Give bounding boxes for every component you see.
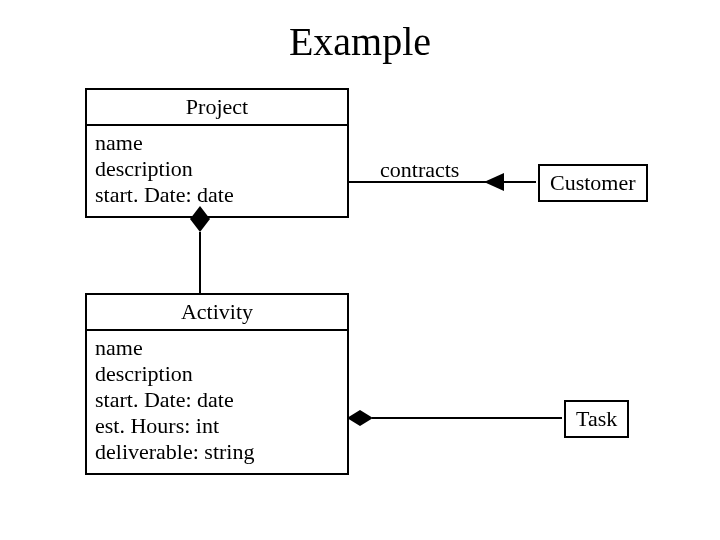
class-activity-name: Activity xyxy=(87,295,347,329)
attr: name xyxy=(95,335,339,361)
diagram-title: Example xyxy=(0,18,720,65)
class-project-attrs: name description start. Date: date xyxy=(87,126,347,216)
svg-marker-1 xyxy=(484,173,504,191)
class-project: Project name description start. Date: da… xyxy=(85,88,349,218)
class-project-name: Project xyxy=(87,90,347,124)
attr: est. Hours: int xyxy=(95,413,339,439)
svg-marker-5 xyxy=(347,410,373,426)
class-task: Task xyxy=(564,400,629,438)
attr: name xyxy=(95,130,339,156)
association-contracts-label: contracts xyxy=(380,157,459,183)
class-activity-attrs: name description start. Date: date est. … xyxy=(87,331,347,473)
attr: description xyxy=(95,361,339,387)
uml-diagram: Example Project name description start. … xyxy=(0,0,720,540)
attr: deliverable: string xyxy=(95,439,339,465)
attr: start. Date: date xyxy=(95,182,339,208)
class-activity: Activity name description start. Date: d… xyxy=(85,293,349,475)
attr: description xyxy=(95,156,339,182)
attr: start. Date: date xyxy=(95,387,339,413)
class-customer: Customer xyxy=(538,164,648,202)
